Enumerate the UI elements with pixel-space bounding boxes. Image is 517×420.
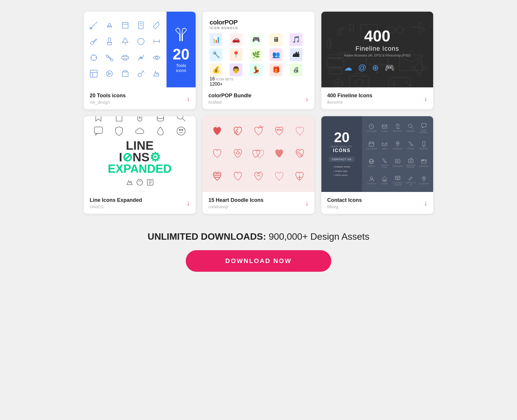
svg-point-79	[397, 143, 398, 144]
heart-12	[232, 170, 244, 183]
svg-rect-75	[369, 142, 374, 146]
fineline-number: 400	[344, 27, 410, 45]
heart-6	[211, 147, 223, 161]
contact-icon-email: E-MAIL	[381, 123, 388, 132]
contact-icon-address: ADDRESS	[393, 141, 403, 150]
svg-point-16	[111, 59, 113, 61]
icon-packs-grid: 20 Toolsicons 20 Tools icons mir_design …	[84, 12, 433, 214]
line-icons-brand: unio	[134, 191, 146, 192]
svg-point-92	[423, 160, 424, 160]
svg-rect-85	[395, 159, 400, 163]
card-contact-footer: Contact Icons filborg ↓	[321, 192, 433, 214]
contact-features: • Editable stroke • Unique style • 100% …	[333, 165, 350, 177]
contact-icon-calendar: CALENDAR	[366, 141, 377, 150]
svg-point-95	[397, 178, 398, 179]
svg-point-37	[412, 66, 415, 70]
contact-icon-mail: MAIL	[382, 141, 387, 150]
heart-11	[211, 170, 223, 183]
tools-icons-grid	[84, 12, 167, 87]
card-tools-title: 20 Tools icons	[90, 93, 126, 99]
heart-4	[273, 125, 285, 138]
heart-13	[252, 170, 265, 183]
colorpop-header: colorPOP ICON BUNDLE	[210, 19, 307, 30]
svg-line-41	[419, 62, 424, 66]
download-colorpop-icon[interactable]: ↓	[305, 95, 309, 103]
card-colorpop: colorPOP ICON BUNDLE 📊 🚗 🎮 🖥 🎵 🔧 📍 🌿 👥 🏙	[203, 12, 314, 109]
card-contact-icons: 20 HIGH QUALITY ICONS CONTACT US • Edita…	[321, 116, 433, 214]
download-line-icons-icon[interactable]: ↓	[187, 200, 190, 207]
line-text-line: LINE	[108, 140, 171, 151]
svg-point-58	[137, 179, 143, 185]
card-contact-image: 20 HIGH QUALITY ICONS CONTACT US • Edita…	[321, 116, 433, 192]
contact-icon-location: LOCATION	[419, 176, 429, 185]
contact-icon-home: HOME	[382, 176, 388, 185]
contact-icon-mobile: MOBILE	[420, 141, 427, 150]
contact-quality: HIGH QUALITY	[331, 145, 353, 148]
line-text-expanded: EXPANDED	[108, 163, 171, 174]
download-tools-icon[interactable]: ↓	[187, 95, 190, 103]
tools-right-panel: 20 Toolsicons	[167, 12, 196, 87]
svg-point-29	[334, 79, 342, 87]
line-icons-scatter	[90, 116, 190, 136]
contact-icon-chat: CHAT BUBBLE	[418, 123, 430, 133]
download-heart-icon[interactable]: ↓	[305, 200, 309, 207]
svg-rect-44	[327, 58, 344, 68]
svg-point-93	[370, 177, 373, 179]
heart-14	[273, 170, 285, 183]
svg-rect-70	[382, 125, 387, 128]
fineline-bottom-icons: ☁ @ ⊕ 🎮	[344, 63, 410, 73]
svg-point-56	[179, 129, 180, 130]
svg-point-7	[91, 42, 93, 45]
contact-left-panel: 20 HIGH QUALITY ICONS CONTACT US • Edita…	[321, 116, 362, 192]
svg-point-55	[177, 127, 185, 135]
contact-icon-contact-online: CONTACT ONLINE	[392, 175, 404, 186]
svg-point-50	[139, 117, 140, 118]
svg-point-35	[409, 84, 410, 86]
contact-number: 20	[334, 130, 349, 144]
fineline-center: 400 Fineline Icons Adobe Illustrator (AI…	[344, 27, 410, 73]
card-colorpop-title: colorPOP Bundle	[208, 93, 252, 99]
cta-heading-bold: UNLIMITED DOWNLOADS:	[148, 231, 266, 242]
download-now-button[interactable]: DOWNLOAD NOW	[186, 250, 331, 272]
svg-rect-2	[108, 26, 111, 27]
download-contact-icon[interactable]: ↓	[424, 200, 427, 207]
line-text-icons: I⊘NS⚙	[108, 151, 171, 163]
contact-icons-grid: 24 HOURS E-MAIL SUPPORT SEARCH	[362, 116, 433, 192]
svg-point-36	[417, 59, 421, 63]
svg-rect-88	[408, 159, 413, 163]
card-colorpop-info: colorPOP Bundle Krafted	[208, 93, 252, 105]
contact-icon-support: SUPPORT	[393, 123, 403, 132]
svg-rect-94	[395, 176, 400, 180]
contact-icon-message: MESSAGE	[393, 158, 403, 167]
fineline-sublabel: Adobe Illustrator (AI, EPS) & Photoshop …	[344, 54, 410, 57]
card-line-icons-author: UnioCS	[90, 204, 142, 209]
card-colorpop-image: colorPOP ICON BUNDLE 📊 🚗 🎮 🖥 🎵 🔧 📍 🌿 👥 🏙	[203, 12, 314, 87]
download-fineline-icon[interactable]: ↓	[424, 95, 427, 103]
svg-point-19	[155, 57, 158, 59]
card-heart-title: 15 Heart Doodle Icons	[208, 197, 263, 203]
card-contact-author: filborg	[327, 204, 362, 209]
heart-5	[294, 125, 306, 138]
contact-icon-landline: LANDLINE PHONE	[405, 158, 417, 168]
svg-point-89	[410, 160, 411, 162]
colorpop-subtitle: ICON BUNDLE	[210, 26, 307, 30]
svg-rect-31	[349, 76, 369, 87]
contact-icon-write: WRITE TO US	[405, 175, 417, 186]
contact-label: ICONS	[333, 148, 351, 153]
line-icons-text: LINE I⊘NS⚙ EXPANDED	[108, 140, 171, 174]
card-line-icons-image: LINE I⊘NS⚙ EXPANDED unio	[84, 116, 196, 192]
svg-point-39	[417, 73, 421, 77]
svg-point-97	[423, 178, 424, 179]
contact-icon-phonecall: PHONE CALL	[379, 158, 391, 168]
svg-rect-54	[94, 127, 102, 133]
heart-9	[273, 147, 285, 161]
card-tools-footer: 20 Tools icons mir_design ↓	[84, 87, 196, 109]
card-line-icons: LINE I⊘NS⚙ EXPANDED unio Line Icons Expa…	[84, 116, 196, 214]
card-line-icons-info: Line Icons Expanded UnioCS	[90, 197, 142, 209]
cta-heading: UNLIMITED DOWNLOADS: 900,000+ Design Ass…	[128, 231, 389, 242]
heart-1	[211, 125, 223, 138]
card-contact-info: Contact Icons filborg	[327, 197, 362, 209]
line-icons-extra	[125, 178, 154, 186]
card-heart-author: creativevip	[208, 204, 263, 209]
hearts-grid	[203, 116, 314, 192]
